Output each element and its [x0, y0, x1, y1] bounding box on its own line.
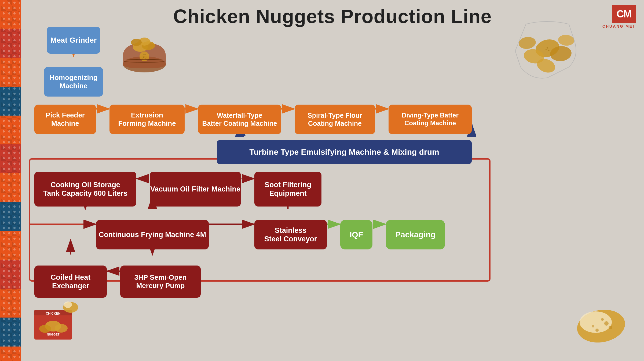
- svg-point-21: [39, 325, 51, 333]
- nuggets-pile-image: [504, 13, 590, 83]
- node-turbine: Turbine Type Emulsifying Machine & Mixin…: [217, 140, 472, 164]
- main-content: Chicken Nuggets Production Line CM CHUAN…: [21, 0, 644, 361]
- svg-point-14: [548, 50, 550, 51]
- svg-text:CHICKEN: CHICKEN: [46, 312, 61, 315]
- node-stainless-steel: StainlessSteel Conveyor: [254, 220, 327, 249]
- svg-point-22: [55, 324, 68, 333]
- node-continuous-frying: Continuous Frying Machine 4M: [96, 220, 209, 249]
- svg-point-12: [558, 34, 575, 46]
- svg-point-28: [595, 329, 599, 332]
- node-coiled-heat: Coiled HeatExchanger: [34, 266, 107, 298]
- svg-point-11: [518, 36, 537, 50]
- svg-point-27: [604, 321, 609, 326]
- node-diving: Diving-Type BatterCoating Machine: [389, 105, 472, 134]
- svg-point-31: [592, 325, 594, 327]
- logo-brand: CHUANG MEI: [601, 24, 636, 28]
- svg-text:元: 元: [142, 54, 147, 59]
- node-vacuum-oil: Vacuum Oil Filter Machine: [150, 172, 241, 207]
- node-semi-open-pump: 3HP Semi-OpenMercury Pump: [120, 266, 201, 298]
- svg-point-13: [547, 47, 548, 49]
- node-meat-grinder: Meat Grinder: [47, 27, 100, 54]
- svg-point-24: [64, 301, 72, 308]
- nuggets-basket-image: 元: [118, 21, 171, 75]
- svg-point-4: [131, 39, 142, 46]
- node-waterfall: Waterfall-TypeBatter Coating Machine: [198, 105, 281, 134]
- node-soot: Soot FilteringEquipment: [254, 172, 321, 207]
- page-title: Chicken Nuggets Production Line: [173, 5, 492, 27]
- svg-point-30: [609, 326, 612, 329]
- chicken-box-image: CHICKEN NUGGET: [26, 297, 80, 345]
- node-iqf: IQF: [340, 220, 372, 249]
- node-packaging: Packaging: [386, 220, 445, 249]
- left-border: [0, 0, 21, 361]
- node-homogenizing: HomogenizingMachine: [44, 67, 103, 97]
- logo-symbol: CM: [612, 5, 636, 23]
- svg-point-29: [601, 318, 604, 321]
- logo: CM CHUANG MEI: [601, 5, 636, 29]
- svg-point-15: [546, 49, 547, 50]
- node-cooking-oil: Cooking Oil StorageTank Capacity 600 Lit…: [34, 172, 136, 207]
- svg-text:NUGGET: NUGGET: [47, 333, 59, 336]
- node-spiral: Spiral-Type FlourCoating Machine: [295, 105, 375, 134]
- node-extrusion: ExtrusionForming Machine: [109, 105, 185, 134]
- node-pick-feeder: Pick FeederMachine: [34, 105, 96, 134]
- fried-nugget-image: [572, 299, 631, 348]
